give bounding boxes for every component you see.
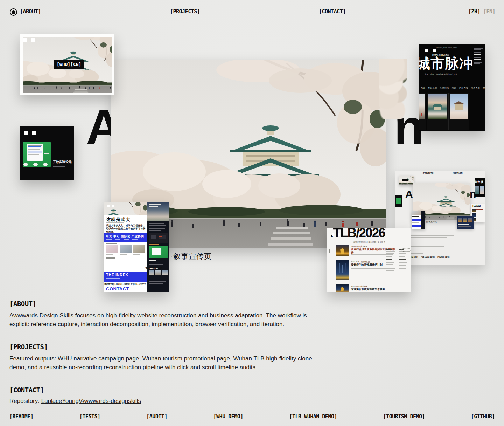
tlb-news-item[interactable]: MAR 2026 · 天际线条例 黄鹤楼与古迹视廊保护计划 bbox=[336, 260, 396, 282]
tlb-subtitle: 城市发展时间线 | 规划提案 | 文化服务 bbox=[327, 241, 411, 243]
window-dot-icon bbox=[112, 205, 114, 207]
window-dot-icon bbox=[338, 233, 340, 236]
whu-page-ticker: 樱花季专题上线 2026 全球招生开启 AI+人文交叉 bbox=[104, 283, 147, 286]
section-divider bbox=[3, 292, 501, 292]
section-divider bbox=[3, 336, 501, 336]
lab-screenshot bbox=[23, 142, 51, 167]
nav-about[interactable]: [ABOUT] bbox=[20, 8, 41, 15]
brand-target-icon[interactable] bbox=[10, 8, 17, 16]
window-dot-icon bbox=[31, 38, 35, 42]
mini-pulse-title: 城市脉 bbox=[475, 180, 483, 184]
pulse-photo-card[interactable] bbox=[419, 93, 426, 130]
whu-page-index-title: THE INDEX bbox=[106, 273, 128, 277]
dark-col-thumb-red bbox=[149, 233, 168, 243]
lab-card[interactable]: 开放实验设施 bbox=[20, 126, 74, 180]
footer-whu-demo[interactable]: [WHU DEMO] bbox=[214, 413, 243, 420]
window-dot-icon bbox=[332, 233, 334, 236]
footer-links: [README] [TESTS] [AUDIT] [WHU DEMO] [TLB… bbox=[9, 413, 495, 420]
window-dot-icon bbox=[24, 131, 28, 135]
tlb-news-title: 黄鹤楼与古迹视廊保护计划 bbox=[351, 263, 397, 266]
window-dot-icon bbox=[107, 205, 110, 207]
tlb-news-photo bbox=[336, 245, 349, 256]
whu-thumb-card[interactable]: [WHU][CN] bbox=[20, 34, 114, 95]
mini-tourism-card bbox=[457, 216, 474, 229]
top-nav: [ABOUT] [PROJECTS] [CONTACT] [ZH] [EN] bbox=[0, 0, 504, 21]
tlb-news-photo bbox=[336, 260, 349, 280]
whu-page-list-row bbox=[106, 262, 145, 265]
whu-page-contact[interactable]: CONTACT bbox=[106, 286, 129, 291]
nav-projects[interactable]: [PROJECTS] bbox=[170, 8, 200, 15]
whu-page-gallery-thumb bbox=[133, 245, 145, 253]
pulse-subtitle: 光影、空间、混色与青年创作时代汇集 bbox=[425, 73, 457, 76]
lab-primary-button bbox=[28, 146, 41, 147]
repository-link[interactable]: LaplaceYoung/Awwwards-designskills bbox=[41, 398, 141, 404]
tlb-highlight-oval bbox=[401, 248, 411, 252]
lab-dish bbox=[33, 163, 38, 166]
mini-caption: ·叙事宣传页 bbox=[426, 220, 437, 224]
tlb-news-meta: MAY 2026 · 生态修复 bbox=[351, 285, 368, 287]
footer-tourism-demo[interactable]: [TOURISM DEMO] bbox=[383, 413, 425, 420]
mini-green-card bbox=[395, 195, 402, 207]
contact-repository-line: Repository: LaplaceYoung/Awwwards-design… bbox=[9, 398, 141, 405]
mini-tlb-title: TLB/202 bbox=[472, 205, 481, 207]
pulse-poster-card[interactable]: Timeline, Surf, Index, About SURF / 武汉风光… bbox=[419, 44, 485, 131]
tlb-news-meta: JAN 2026 · 滨水更新 bbox=[351, 245, 368, 247]
nav-contact[interactable]: [CONTACT] bbox=[319, 8, 346, 15]
footer-audit[interactable]: [AUDIT] bbox=[146, 413, 167, 420]
footer-tests[interactable]: [TESTS] bbox=[79, 413, 100, 420]
whu-page-list-row bbox=[106, 260, 145, 262]
whu-page-index-block: THE INDEX bbox=[104, 272, 147, 282]
dark-col-gallery bbox=[149, 270, 168, 275]
contact-heading: [CONTACT] bbox=[9, 386, 44, 394]
pulse-nav: Timeline, Surf, Index, About bbox=[419, 47, 474, 49]
lab-dish bbox=[43, 163, 48, 166]
tlb-news-meta: MAR 2026 · 天际线条例 bbox=[351, 261, 370, 263]
whu-page-gallery-thumb bbox=[106, 245, 118, 253]
whu-page-gallery-thumb bbox=[120, 245, 132, 253]
projects-body: Featured outputs: WHU narrative campaign… bbox=[9, 354, 324, 372]
mini-whu-thumb bbox=[399, 176, 414, 185]
tlb-news-item[interactable]: MAY 2026 · 生态修复 东湖慢行系统与湖域生态修复 bbox=[336, 284, 396, 292]
about-heading: [ABOUT] bbox=[9, 300, 36, 308]
window-dot-icon bbox=[425, 49, 428, 52]
lang-zh[interactable]: [ZH] bbox=[468, 8, 480, 15]
tlb-news-photo bbox=[336, 284, 349, 292]
brand-target-dot bbox=[12, 10, 15, 14]
pulse-title: 城市脉冲 bbox=[419, 55, 474, 72]
whu-page-banner bbox=[104, 202, 147, 215]
window-dot-icon bbox=[433, 49, 436, 52]
tlb-news-title: 东湖慢行系统与湖域生态修复 bbox=[351, 288, 397, 291]
lab-card-title: 开放实验设施 bbox=[53, 160, 72, 164]
mini-pulse-card: 城市脉 bbox=[475, 178, 485, 197]
about-body: Awwwards Design Skills focuses on high-f… bbox=[9, 311, 324, 329]
mini-whu-page-card bbox=[412, 211, 425, 229]
tlb-card[interactable]: .TLB/2026 城市发展时间线 | 规划提案 | 文化服务 JAN 2026… bbox=[327, 228, 411, 292]
whu-page-blue-band: 研究 学习 国际化 产业协同 bbox=[104, 233, 147, 242]
see-work-link[interactable]: SEE WORK → bbox=[145, 267, 166, 270]
dark-col-thumb-green bbox=[149, 246, 168, 258]
whu-page-title: 这就是武大 bbox=[106, 217, 131, 223]
mini-nav-contact: [CONTACT] bbox=[453, 172, 462, 174]
section-divider bbox=[3, 379, 501, 379]
lab-dish bbox=[23, 163, 28, 166]
pulse-card-row bbox=[419, 93, 485, 131]
whu-page-dark-column bbox=[147, 202, 169, 292]
photo-caption: ·叙事宣传页 bbox=[170, 252, 212, 261]
blossom-overhang bbox=[379, 59, 407, 119]
window-dot-icon bbox=[32, 131, 36, 135]
window-dot-icon bbox=[23, 38, 27, 42]
dark-col-photo bbox=[147, 202, 169, 221]
pulse-photo-card[interactable] bbox=[448, 93, 469, 130]
footer-tlb-wuhan-demo[interactable]: [TLB WUHAN DEMO] bbox=[289, 413, 337, 420]
pulse-photo-card[interactable] bbox=[427, 93, 448, 130]
whu-page-card[interactable]: 这就是武大 武汉大学的人文、科学与工程脉络，组织成一条连贯且有节奏的学习与研究路… bbox=[104, 202, 169, 292]
footer-readme[interactable]: [README] bbox=[9, 413, 33, 420]
footer-github[interactable]: [GITHUB] bbox=[471, 413, 495, 420]
whu-page-intro: 武汉大学的人文、科学与工程脉络，组织成一条连贯且有节奏的学习与研究路径。 bbox=[106, 224, 145, 233]
whu-page-band-text: 研究 学习 国际化 产业协同 bbox=[106, 234, 144, 238]
lang-en[interactable]: [EN] bbox=[483, 8, 495, 15]
lab-dialog bbox=[27, 144, 43, 161]
pulse-marquee: · 光谷 · 长江主轴 · 东湖绿道 · 武汉 · 大江大道 · 两岸夜景 · … bbox=[419, 87, 485, 89]
mini-letter-left: A bbox=[405, 189, 413, 199]
whu-cn-badge[interactable]: [WHU][CN] bbox=[54, 60, 84, 69]
